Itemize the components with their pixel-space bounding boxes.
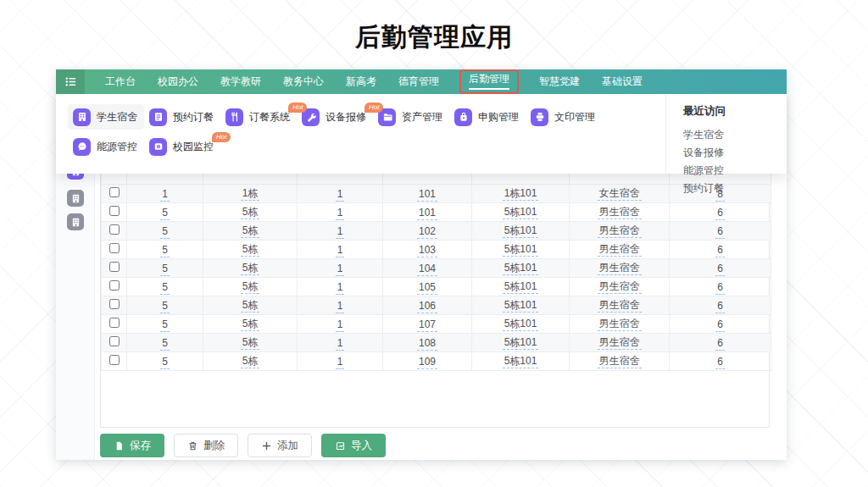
editable-cell-value[interactable]: 5 — [160, 300, 170, 313]
添加-button[interactable]: 添加 — [248, 434, 312, 457]
editable-cell-value[interactable]: 6 — [715, 225, 725, 239]
editable-cell-value[interactable]: 男生宿舍 — [598, 355, 642, 368]
editable-cell-value[interactable]: 1 — [336, 281, 345, 295]
editable-cell-value[interactable]: 5 — [160, 337, 170, 351]
recent-item-设备报修[interactable]: 设备报修 — [683, 144, 787, 162]
editable-cell-value[interactable]: 5栋 — [241, 280, 260, 294]
row-checkbox[interactable] — [109, 355, 120, 365]
editable-cell-value[interactable]: 5栋 — [241, 243, 260, 257]
导入-button[interactable]: 导入 — [321, 434, 386, 457]
editable-cell-value[interactable]: 1 — [336, 356, 345, 369]
editable-cell-value[interactable]: 5栋 — [241, 262, 260, 275]
editable-cell-value[interactable]: 5栋 — [241, 355, 260, 368]
editable-cell-value[interactable]: 1 — [160, 188, 170, 202]
row-checkbox[interactable] — [109, 187, 120, 197]
editable-cell-value[interactable]: 6 — [715, 263, 725, 276]
editable-cell-value[interactable]: 6 — [715, 318, 725, 332]
row-checkbox[interactable] — [109, 206, 120, 216]
editable-cell-value[interactable]: 男生宿舍 — [598, 336, 642, 350]
editable-cell-value[interactable]: 5栋101 — [503, 280, 539, 294]
row-checkbox[interactable] — [109, 243, 120, 253]
editable-cell-value[interactable]: 104 — [417, 263, 437, 276]
editable-cell-value[interactable]: 1栋 — [241, 187, 260, 201]
editable-cell-value[interactable]: 1 — [336, 244, 345, 257]
editable-cell-value[interactable]: 108 — [417, 337, 437, 351]
editable-cell-value[interactable]: 女生宿舍 — [598, 187, 642, 201]
editable-cell-value[interactable]: 1 — [336, 337, 345, 351]
app-item-文印管理[interactable]: 文印管理 — [526, 104, 602, 130]
nav-item-教务中心[interactable]: 教务中心 — [281, 72, 326, 91]
nav-item-基础设置[interactable]: 基础设置 — [600, 72, 644, 91]
editable-cell-value[interactable]: 男生宿舍 — [598, 243, 642, 257]
editable-cell-value[interactable]: 男生宿舍 — [598, 206, 642, 219]
editable-cell-value[interactable]: 5 — [160, 207, 170, 220]
editable-cell-value[interactable]: 男生宿舍 — [598, 224, 642, 238]
editable-cell-value[interactable]: 男生宿舍 — [598, 299, 642, 313]
row-checkbox[interactable] — [109, 299, 120, 309]
editable-cell-value[interactable]: 6 — [715, 207, 725, 220]
editable-cell-value[interactable]: 6 — [715, 356, 725, 369]
nav-item-教学教研[interactable]: 教学教研 — [219, 72, 263, 91]
editable-cell-value[interactable]: 1 — [336, 263, 345, 276]
recent-item-学生宿舍[interactable]: 学生宿舍 — [683, 126, 787, 144]
editable-cell-value[interactable]: 男生宿舍 — [598, 280, 642, 294]
row-checkbox[interactable] — [109, 336, 120, 346]
recent-item-能源管控[interactable]: 能源管控 — [683, 162, 787, 180]
editable-cell-value[interactable]: 102 — [417, 225, 437, 239]
app-item-申购管理[interactable]: 申购管理 — [449, 104, 526, 130]
editable-cell-value[interactable]: 1 — [336, 207, 345, 220]
editable-cell-value[interactable]: 5栋101 — [503, 355, 539, 368]
editable-cell-value[interactable]: 5 — [160, 244, 170, 257]
editable-cell-value[interactable]: 5栋101 — [503, 318, 539, 331]
editable-cell-value[interactable]: 5 — [160, 318, 170, 332]
保存-button[interactable]: 保存 — [100, 434, 164, 457]
app-item-预约订餐[interactable]: 预约订餐 — [144, 104, 220, 130]
editable-cell-value[interactable]: 5栋101 — [503, 206, 539, 219]
editable-cell-value[interactable]: 5栋101 — [503, 224, 539, 238]
editable-cell-value[interactable]: 107 — [417, 318, 437, 332]
row-checkbox[interactable] — [109, 224, 120, 235]
app-item-校园监控[interactable]: 校园监控Hot — [144, 134, 220, 159]
editable-cell-value[interactable]: 5栋 — [241, 336, 260, 350]
editable-cell-value[interactable]: 106 — [417, 300, 437, 313]
editable-cell-value[interactable]: 105 — [417, 281, 437, 295]
editable-cell-value[interactable]: 101 — [417, 207, 437, 220]
nav-item-校园办公[interactable]: 校园办公 — [156, 72, 200, 91]
editable-cell-value[interactable]: 5栋101 — [503, 262, 539, 275]
app-shortcut-icon[interactable] — [67, 190, 84, 207]
editable-cell-value[interactable]: 6 — [715, 281, 725, 295]
editable-cell-value[interactable]: 6 — [715, 244, 725, 257]
editable-cell-value[interactable]: 103 — [417, 244, 437, 257]
nav-item-德育管理[interactable]: 德育管理 — [397, 72, 441, 91]
editable-cell-value[interactable]: 5栋101 — [503, 243, 539, 257]
删除-button[interactable]: 删除 — [174, 434, 238, 457]
nav-item-工作台[interactable]: 工作台 — [103, 72, 137, 91]
menu-list-icon[interactable] — [56, 69, 85, 94]
app-item-资产管理[interactable]: 资产管理 — [373, 104, 449, 130]
nav-item-智慧党建[interactable]: 智慧党建 — [537, 72, 581, 91]
editable-cell-value[interactable]: 1 — [336, 300, 345, 313]
editable-cell-value[interactable]: 男生宿舍 — [598, 318, 642, 331]
row-checkbox[interactable] — [109, 280, 120, 291]
editable-cell-value[interactable]: 5栋101 — [503, 299, 539, 313]
editable-cell-value[interactable]: 5 — [160, 281, 170, 295]
row-checkbox[interactable] — [109, 318, 120, 328]
editable-cell-value[interactable]: 6 — [715, 337, 725, 351]
editable-cell-value[interactable]: 101 — [417, 188, 437, 202]
editable-cell-value[interactable]: 5栋 — [241, 224, 260, 238]
row-checkbox[interactable] — [109, 262, 120, 272]
editable-cell-value[interactable]: 6 — [715, 300, 725, 313]
editable-cell-value[interactable]: 1 — [336, 318, 345, 332]
app-item-设备报修[interactable]: 设备报修Hot — [297, 104, 373, 130]
editable-cell-value[interactable]: 5栋101 — [503, 336, 539, 350]
editable-cell-value[interactable]: 男生宿舍 — [598, 262, 642, 275]
nav-item-新高考[interactable]: 新高考 — [344, 72, 378, 91]
editable-cell-value[interactable]: 1 — [336, 225, 345, 239]
editable-cell-value[interactable]: 109 — [417, 356, 437, 369]
app-item-能源管控[interactable]: 能源管控 — [68, 134, 144, 159]
editable-cell-value[interactable]: 5 — [160, 356, 170, 369]
app-shortcut-icon[interactable] — [67, 213, 84, 230]
app-item-订餐系统[interactable]: 订餐系统Hot — [220, 104, 297, 130]
editable-cell-value[interactable]: 5栋 — [241, 299, 260, 313]
editable-cell-value[interactable]: 5 — [160, 263, 170, 276]
